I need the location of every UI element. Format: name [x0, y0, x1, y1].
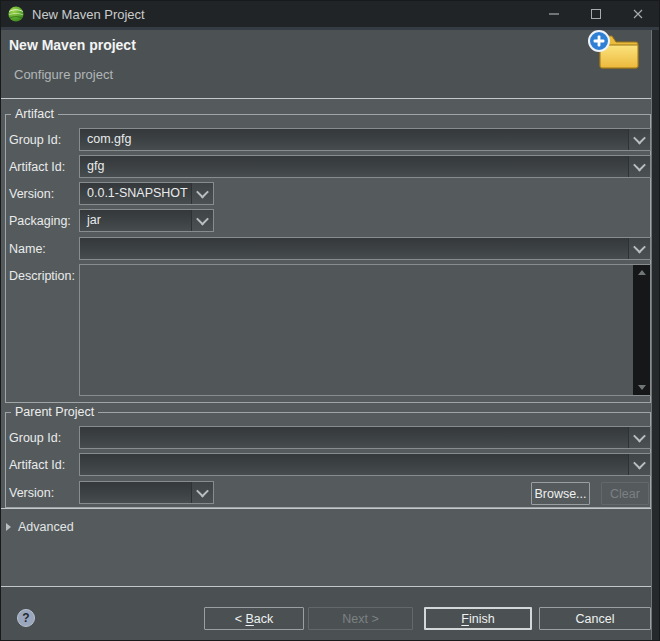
name-value [80, 238, 628, 259]
arrow-down-icon [638, 385, 646, 390]
wizard-banner: New Maven project Configure project [1, 30, 652, 98]
parent-artifact-id-combo[interactable] [79, 453, 651, 476]
parent-artifact-id-dropdown-button[interactable] [628, 454, 650, 475]
packaging-value: jar [80, 210, 191, 231]
next-button-label: Next > [342, 612, 378, 626]
chevron-down-icon [196, 186, 209, 199]
name-combo[interactable] [79, 237, 651, 260]
help-icon: ? [22, 611, 29, 625]
artifact-id-combo[interactable]: gfg [79, 155, 651, 178]
parent-artifact-id-label: Artifact Id: [9, 457, 65, 473]
maximize-icon [591, 9, 601, 19]
parent-version-label: Version: [9, 485, 54, 501]
separator [1, 586, 652, 587]
window-controls [533, 1, 659, 27]
finish-button-label: Finish [461, 612, 494, 626]
page-title: New Maven project [9, 37, 136, 53]
clear-button-label: Clear [610, 487, 640, 501]
browse-button-label: Browse... [534, 487, 586, 501]
minimize-icon [549, 9, 559, 19]
parent-version-value [80, 482, 191, 503]
scroll-up-button[interactable] [633, 265, 650, 280]
new-maven-project-dialog: New Maven Project New Maven project Conf… [0, 0, 660, 641]
description-value [80, 265, 633, 395]
version-dropdown-button[interactable] [191, 183, 213, 204]
arrow-up-icon [638, 270, 646, 275]
clear-button[interactable]: Clear [601, 482, 649, 505]
version-label: Version: [9, 186, 54, 202]
name-label: Name: [9, 241, 46, 257]
titlebar: New Maven Project [1, 1, 659, 27]
back-button-label: < Back [235, 612, 274, 626]
artifact-group-legend: Artifact [11, 106, 58, 123]
separator [1, 508, 652, 509]
artifact-id-dropdown-button[interactable] [628, 156, 650, 177]
close-icon [633, 9, 643, 19]
group-id-label: Group Id: [9, 132, 61, 148]
group-id-dropdown-button[interactable] [628, 129, 650, 150]
maximize-button[interactable] [575, 1, 617, 27]
chevron-down-icon [633, 241, 646, 254]
next-button[interactable]: Next > [308, 607, 413, 630]
cancel-button-label: Cancel [576, 612, 615, 626]
finish-button[interactable]: Finish [424, 607, 532, 630]
parent-version-combo[interactable] [79, 481, 214, 504]
advanced-label: Advanced [18, 520, 74, 534]
chevron-down-icon [633, 159, 646, 172]
cancel-button[interactable]: Cancel [539, 607, 651, 630]
parent-group-id-value [80, 427, 628, 448]
name-dropdown-button[interactable] [628, 238, 650, 259]
parent-group-id-combo[interactable] [79, 426, 651, 449]
chevron-down-icon [633, 430, 646, 443]
back-button[interactable]: < Back [204, 607, 304, 630]
version-value: 0.0.1-SNAPSHOT [80, 183, 191, 204]
packaging-label: Packaging: [9, 213, 71, 229]
parent-project-legend: Parent Project [11, 404, 98, 421]
minimize-button[interactable] [533, 1, 575, 27]
scroll-down-button[interactable] [633, 380, 650, 395]
new-maven-project-folder-icon [587, 28, 641, 74]
packaging-dropdown-button[interactable] [191, 210, 213, 231]
browse-button[interactable]: Browse... [531, 482, 590, 505]
description-textarea[interactable] [79, 264, 651, 396]
group-id-value: com.gfg [80, 129, 628, 150]
window-right-frame [651, 30, 659, 640]
advanced-expander[interactable]: Advanced [6, 520, 74, 534]
artifact-id-label: Artifact Id: [9, 159, 65, 175]
chevron-down-icon [196, 485, 209, 498]
parent-version-dropdown-button[interactable] [191, 482, 213, 503]
chevron-down-icon [196, 213, 209, 226]
group-id-combo[interactable]: com.gfg [79, 128, 651, 151]
description-scrollbar[interactable] [633, 265, 650, 395]
version-combo[interactable]: 0.0.1-SNAPSHOT [79, 182, 214, 205]
artifact-id-value: gfg [80, 156, 628, 177]
window-title: New Maven Project [32, 7, 145, 22]
close-button[interactable] [617, 1, 659, 27]
chevron-down-icon [633, 132, 646, 145]
help-button[interactable]: ? [17, 609, 35, 627]
separator [1, 98, 652, 99]
expander-collapsed-icon [6, 523, 11, 531]
description-label: Description: [9, 268, 75, 284]
packaging-combo[interactable]: jar [79, 209, 214, 232]
parent-group-id-label: Group Id: [9, 430, 61, 446]
eclipse-icon [8, 6, 24, 22]
page-subtitle: Configure project [14, 67, 113, 82]
chevron-down-icon [633, 457, 646, 470]
parent-artifact-id-value [80, 454, 628, 475]
parent-group-id-dropdown-button[interactable] [628, 427, 650, 448]
